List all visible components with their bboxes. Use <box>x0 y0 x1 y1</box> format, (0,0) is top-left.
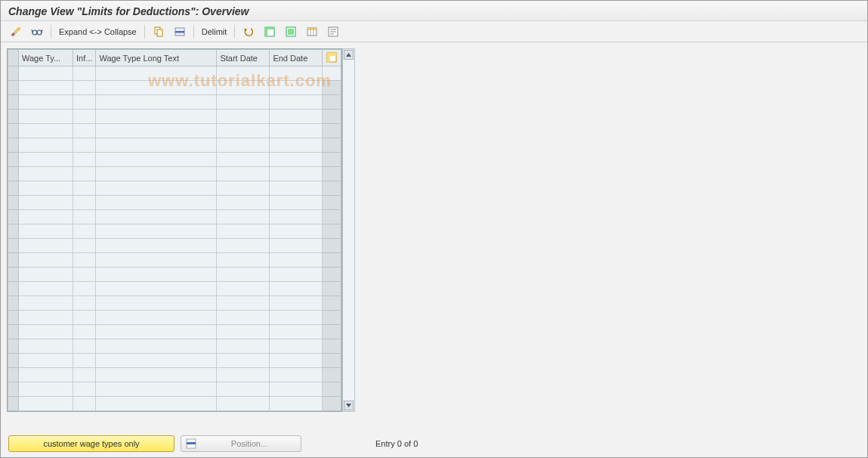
cell[interactable] <box>96 239 217 253</box>
cell[interactable] <box>96 196 217 210</box>
cell[interactable] <box>73 239 96 253</box>
cell[interactable] <box>19 325 73 339</box>
cell[interactable] <box>19 239 73 253</box>
row-selector[interactable] <box>8 296 19 311</box>
row-selector[interactable] <box>8 354 19 368</box>
cell[interactable] <box>19 196 73 210</box>
cell[interactable] <box>96 296 217 311</box>
table-row[interactable] <box>8 138 341 153</box>
row-selector[interactable] <box>8 311 19 325</box>
cell[interactable] <box>73 368 96 382</box>
expand-collapse-button[interactable]: Expand <-> Collapse <box>56 27 140 36</box>
cell[interactable] <box>96 210 217 224</box>
cell[interactable] <box>73 110 96 124</box>
cell[interactable] <box>270 325 323 339</box>
config-button[interactable] <box>324 24 342 39</box>
cell[interactable] <box>96 110 217 124</box>
row-selector[interactable] <box>8 95 19 110</box>
cell[interactable] <box>217 354 270 368</box>
cell[interactable] <box>73 81 96 95</box>
row-selector[interactable] <box>8 224 19 239</box>
table-row[interactable] <box>8 354 341 368</box>
cell[interactable] <box>73 196 96 210</box>
row-selector[interactable] <box>8 382 19 397</box>
row-selector[interactable] <box>8 339 19 354</box>
cell[interactable] <box>19 167 73 181</box>
cell[interactable] <box>96 311 217 325</box>
cell[interactable] <box>217 196 270 210</box>
select-all-button[interactable] <box>261 24 279 39</box>
cell[interactable] <box>270 110 323 124</box>
cell[interactable] <box>217 95 270 110</box>
cell[interactable] <box>73 339 96 354</box>
cell[interactable] <box>96 95 217 110</box>
cell[interactable] <box>217 268 270 282</box>
table-row[interactable] <box>8 81 341 95</box>
cell[interactable] <box>217 311 270 325</box>
position-button[interactable]: Position... <box>181 435 301 452</box>
cell[interactable] <box>96 282 217 296</box>
cell[interactable] <box>19 368 73 382</box>
cell[interactable] <box>96 138 217 153</box>
cell[interactable] <box>270 253 323 268</box>
table-row[interactable] <box>8 181 341 196</box>
cell[interactable] <box>270 95 323 110</box>
row-selector[interactable] <box>8 210 19 224</box>
table-row[interactable] <box>8 325 341 339</box>
cell[interactable] <box>73 382 96 397</box>
cell[interactable] <box>96 153 217 167</box>
cell[interactable] <box>270 239 323 253</box>
cell[interactable] <box>270 397 323 411</box>
row-selector[interactable] <box>8 253 19 268</box>
table-row[interactable] <box>8 382 341 397</box>
cell[interactable] <box>270 296 323 311</box>
copy-button[interactable] <box>150 24 168 39</box>
cell[interactable] <box>217 181 270 196</box>
deselect-all-button[interactable] <box>282 24 300 39</box>
col-header-long-text[interactable]: Wage Type Long Text <box>96 50 217 67</box>
cell[interactable] <box>217 296 270 311</box>
row-selector[interactable] <box>8 153 19 167</box>
row-selector[interactable] <box>8 268 19 282</box>
cell[interactable] <box>96 339 217 354</box>
cell[interactable] <box>96 224 217 239</box>
row-selector[interactable] <box>8 239 19 253</box>
cell[interactable] <box>96 181 217 196</box>
data-grid[interactable]: Wage Ty... Inf... Wage Type Long Text St… <box>8 49 341 411</box>
cell[interactable] <box>96 167 217 181</box>
row-selector[interactable] <box>8 368 19 382</box>
cell[interactable] <box>270 382 323 397</box>
cell[interactable] <box>19 339 73 354</box>
cell[interactable] <box>73 138 96 153</box>
cell[interactable] <box>96 382 217 397</box>
cell[interactable] <box>217 368 270 382</box>
cell[interactable] <box>73 268 96 282</box>
cell[interactable] <box>19 181 73 196</box>
cell[interactable] <box>19 296 73 311</box>
table-row[interactable] <box>8 282 341 296</box>
cell[interactable] <box>217 253 270 268</box>
col-header-start-date[interactable]: Start Date <box>217 50 270 67</box>
cell[interactable] <box>19 110 73 124</box>
row-selector-header[interactable] <box>8 50 19 67</box>
cell[interactable] <box>270 124 323 138</box>
cell[interactable] <box>270 339 323 354</box>
row-selector[interactable] <box>8 67 19 81</box>
cell[interactable] <box>19 354 73 368</box>
row-selector[interactable] <box>8 124 19 138</box>
row-selector[interactable] <box>8 181 19 196</box>
row-selector[interactable] <box>8 397 19 411</box>
cell[interactable] <box>19 268 73 282</box>
cell[interactable] <box>19 153 73 167</box>
cell[interactable] <box>73 354 96 368</box>
table-row[interactable] <box>8 368 341 382</box>
cell[interactable] <box>217 325 270 339</box>
cell[interactable] <box>96 368 217 382</box>
cell[interactable] <box>270 196 323 210</box>
cell[interactable] <box>19 138 73 153</box>
cell[interactable] <box>73 296 96 311</box>
table-row[interactable] <box>8 67 341 81</box>
cell[interactable] <box>270 224 323 239</box>
table-row[interactable] <box>8 167 341 181</box>
table-row[interactable] <box>8 196 341 210</box>
